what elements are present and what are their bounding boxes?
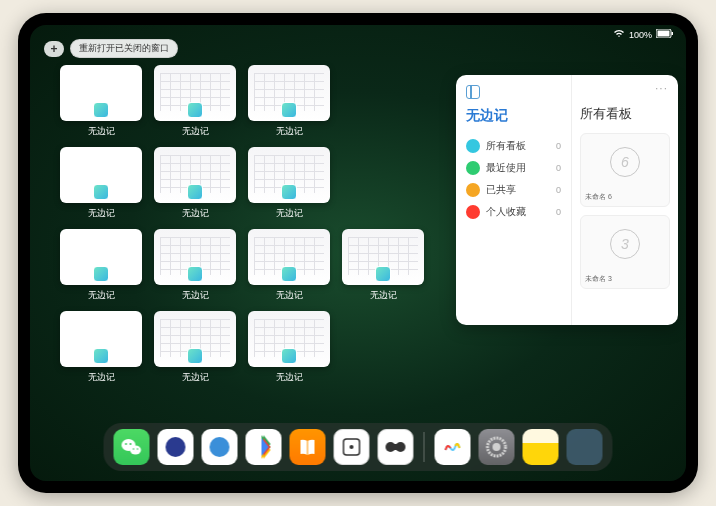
window-thumbnail[interactable] [60,147,142,203]
svg-point-11 [350,445,354,449]
category-icon [466,161,480,175]
sidebar-item-label: 个人收藏 [486,205,526,219]
freeform-app-badge-icon [187,184,203,200]
quark-icon[interactable] [202,429,238,465]
freeform-panel[interactable]: ··· 无边记 所有看板 0 最近使用 0 已共享 0 个人收藏 [456,75,678,325]
window-label: 无边记 [182,371,209,384]
svg-point-16 [493,443,501,451]
window-tile[interactable]: 无边记 [248,311,330,389]
sidebar-item[interactable]: 已共享 0 [466,179,561,201]
window-thumbnail[interactable] [342,229,424,285]
window-thumbnail[interactable] [154,311,236,367]
window-tile[interactable]: 无边记 [154,311,236,389]
sidebar-item-count: 0 [556,207,561,217]
svg-point-7 [133,448,135,450]
window-tile[interactable]: 无边记 [248,147,330,225]
window-tile[interactable]: 无边记 [60,65,142,143]
wechat-icon[interactable] [114,429,150,465]
sidebar-item[interactable]: 个人收藏 0 [466,201,561,223]
game-icon[interactable] [378,429,414,465]
sidebar-item-count: 0 [556,141,561,151]
window-thumbnail[interactable] [60,229,142,285]
window-tile[interactable]: 无边记 [154,147,236,225]
svg-rect-14 [391,444,401,450]
window-label: 无边记 [182,289,209,302]
screen: 100% + 重新打开已关闭的窗口 无边记无边记无边记无边记无边记无边记无边记无… [30,25,686,481]
settings-icon[interactable] [479,429,515,465]
window-thumbnail[interactable] [248,147,330,203]
window-tile[interactable]: 无边记 [342,229,424,307]
board-thumbnail: 6 [581,134,669,190]
category-icon [466,139,480,153]
play-store-icon[interactable] [246,429,282,465]
window-thumbnail[interactable] [248,311,330,367]
svg-point-8 [137,448,139,450]
window-thumbnail[interactable] [154,147,236,203]
window-label: 无边记 [88,207,115,220]
freeform-app-badge-icon [187,102,203,118]
reopen-closed-window-button[interactable]: 重新打开已关闭的窗口 [70,39,178,58]
window-thumbnail[interactable] [154,229,236,285]
sidebar-item-count: 0 [556,163,561,173]
window-tile[interactable]: 无边记 [60,147,142,225]
window-tile[interactable]: 无边记 [154,229,236,307]
window-tile[interactable]: 无边记 [154,65,236,143]
books-icon[interactable] [290,429,326,465]
freeform-app-badge-icon [93,348,109,364]
battery-icon [656,29,674,40]
freeform-app-badge-icon [187,266,203,282]
panel-left-title: 无边记 [466,107,561,125]
freeform-app-badge-icon [93,102,109,118]
battery-text: 100% [629,30,652,40]
sidebar-item[interactable]: 所有看板 0 [466,135,561,157]
window-tile[interactable]: 无边记 [60,229,142,307]
freeform-app-badge-icon [281,184,297,200]
window-thumbnail[interactable] [60,311,142,367]
sidebar-toggle-icon[interactable] [466,85,480,99]
board-card[interactable]: 3 未命名 3 [580,215,670,289]
window-label: 无边记 [276,125,303,138]
top-controls: + 重新打开已关闭的窗口 [44,39,178,58]
window-thumbnail[interactable] [154,65,236,121]
panel-main: 所有看板 6 未命名 6 3 未命名 3 [572,75,678,325]
window-label: 无边记 [88,125,115,138]
board-card[interactable]: 6 未命名 6 [580,133,670,207]
dice-icon[interactable] [334,429,370,465]
window-tile[interactable]: 无边记 [248,229,330,307]
svg-rect-2 [672,32,674,35]
app-library-icon[interactable] [567,429,603,465]
ipad-frame: 100% + 重新打开已关闭的窗口 无边记无边记无边记无边记无边记无边记无边记无… [18,13,698,493]
freeform-icon[interactable] [435,429,471,465]
category-icon [466,183,480,197]
board-caption: 未命名 6 [581,190,669,206]
wifi-icon [613,29,625,40]
window-label: 无边记 [88,371,115,384]
svg-point-6 [130,443,132,445]
freeform-app-badge-icon [281,102,297,118]
window-label: 无边记 [370,289,397,302]
window-label: 无边记 [88,289,115,302]
board-thumbnail: 3 [581,216,669,272]
window-tile[interactable]: 无边记 [60,311,142,389]
panel-sidebar: 无边记 所有看板 0 最近使用 0 已共享 0 个人收藏 0 [456,75,572,325]
window-tile[interactable]: 无边记 [248,65,330,143]
board-caption: 未命名 3 [581,272,669,288]
window-label: 无边记 [182,207,209,220]
dock-separator [424,432,425,462]
more-icon[interactable]: ··· [655,81,668,95]
svg-point-4 [130,446,141,455]
dock [104,423,613,471]
add-window-button[interactable]: + [44,41,64,57]
window-thumbnail[interactable] [248,229,330,285]
svg-point-5 [125,443,127,445]
window-thumbnail[interactable] [60,65,142,121]
window-label: 无边记 [182,125,209,138]
window-label: 无边记 [276,289,303,302]
freeform-app-badge-icon [281,266,297,282]
status-bar: 100% [613,29,674,40]
quark-hd-icon[interactable] [158,429,194,465]
panel-right-title: 所有看板 [580,105,670,123]
sidebar-item[interactable]: 最近使用 0 [466,157,561,179]
window-thumbnail[interactable] [248,65,330,121]
notes-icon[interactable] [523,429,559,465]
